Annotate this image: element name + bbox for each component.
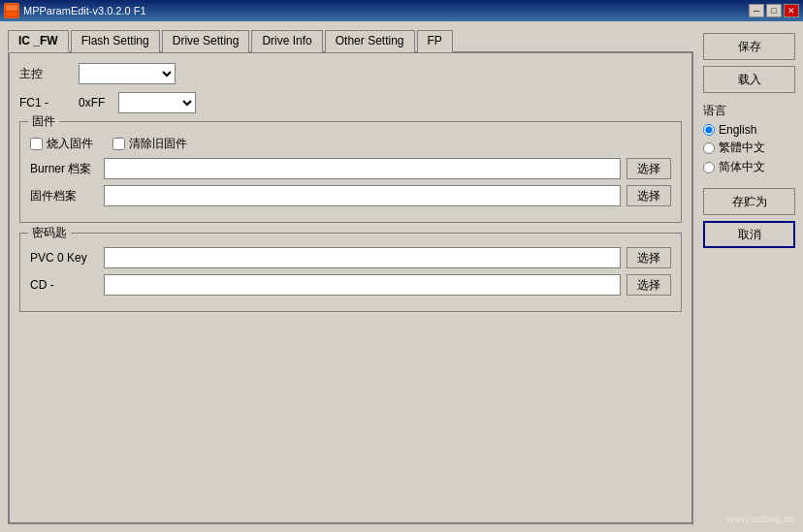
cd-select-btn[interactable]: 选择 xyxy=(626,274,671,296)
load-button[interactable]: 载入 xyxy=(703,66,795,93)
firmware-file-row: 固件档案 选择 xyxy=(30,185,671,206)
lang-english-item: English xyxy=(703,123,795,137)
pvc0-key-row: PVC 0 Key 选择 xyxy=(30,247,671,268)
window-controls: ─ □ ✕ xyxy=(749,4,799,17)
close-button[interactable]: ✕ xyxy=(784,4,799,17)
firmware-section-title: 固件 xyxy=(28,113,59,130)
content-area: 主控 FC1 - 0xFF 固件 xyxy=(8,53,693,524)
left-panel: IC _FW Flash Setting Drive Setting Drive… xyxy=(8,29,693,524)
watermark: www.uobug.co xyxy=(725,513,795,524)
lang-traditional-radio[interactable] xyxy=(703,142,715,154)
burner-file-input[interactable] xyxy=(104,158,621,179)
password-section: 密码匙 PVC 0 Key 选择 CD - 选择 xyxy=(19,233,682,312)
language-section: 语言 English 繁體中文 简体中文 xyxy=(703,103,795,178)
fc1-row: FC1 - 0xFF xyxy=(19,92,682,113)
tab-flash-setting[interactable]: Flash Setting xyxy=(71,30,160,52)
tab-drive-info[interactable]: Drive Info xyxy=(251,30,322,52)
master-row: 主控 xyxy=(19,63,682,84)
right-panel: 保存 载入 语言 English 繁體中文 简体中文 存贮为 取消 xyxy=(703,29,795,524)
lang-simplified-radio[interactable] xyxy=(703,162,715,173)
lang-simplified-label: 简体中文 xyxy=(719,159,765,175)
titlebar-left: MPParamEdit-v3.0.2.0 F1 xyxy=(4,3,146,18)
lang-simplified-item: 简体中文 xyxy=(703,159,795,175)
save-button[interactable]: 保存 xyxy=(703,33,795,60)
master-select[interactable] xyxy=(79,63,176,84)
cd-input[interactable] xyxy=(104,274,621,296)
burn-firmware-checkbox-item: 烧入固件 xyxy=(30,136,93,152)
clear-firmware-checkbox-item: 清除旧固件 xyxy=(112,136,187,152)
svg-rect-1 xyxy=(6,5,17,11)
cancel-button[interactable]: 取消 xyxy=(703,221,795,248)
main-window: IC _FW Flash Setting Drive Setting Drive… xyxy=(0,21,803,532)
lang-english-label: English xyxy=(719,123,756,137)
maximize-button[interactable]: □ xyxy=(766,4,782,17)
tab-bar: IC _FW Flash Setting Drive Setting Drive… xyxy=(8,29,693,53)
firmware-file-select-btn[interactable]: 选择 xyxy=(626,185,671,206)
clear-firmware-label: 清除旧固件 xyxy=(129,136,187,152)
fc1-value: 0xFF xyxy=(79,96,112,110)
pvc0-key-input[interactable] xyxy=(104,247,621,268)
firmware-checkboxes: 烧入固件 清除旧固件 xyxy=(30,136,671,152)
burner-file-select-btn[interactable]: 选择 xyxy=(626,158,671,179)
lang-traditional-item: 繁體中文 xyxy=(703,140,795,156)
cd-row: CD - 选择 xyxy=(30,274,671,296)
svg-rect-2 xyxy=(6,12,17,16)
fc1-select[interactable] xyxy=(118,92,196,113)
tab-other-setting[interactable]: Other Setting xyxy=(325,30,415,52)
fc1-label: FC1 - xyxy=(19,96,73,110)
firmware-section-content: 烧入固件 清除旧固件 Burner 档案 选择 固件档案 xyxy=(30,136,671,206)
password-section-title: 密码匙 xyxy=(28,225,71,241)
language-label: 语言 xyxy=(703,103,795,119)
tab-drive-setting[interactable]: Drive Setting xyxy=(162,30,250,52)
burn-firmware-checkbox[interactable] xyxy=(30,138,43,150)
titlebar: MPParamEdit-v3.0.2.0 F1 ─ □ ✕ xyxy=(0,0,803,21)
lang-traditional-label: 繁體中文 xyxy=(719,140,765,156)
burner-file-label: Burner 档案 xyxy=(30,161,98,177)
cd-label: CD - xyxy=(30,278,98,292)
app-icon xyxy=(4,3,19,18)
tab-fp[interactable]: FP xyxy=(417,30,453,52)
firmware-file-input[interactable] xyxy=(104,185,621,206)
burn-firmware-label: 烧入固件 xyxy=(47,136,93,152)
pvc0-key-label: PVC 0 Key xyxy=(30,251,98,265)
tab-ic-fw[interactable]: IC _FW xyxy=(8,30,69,52)
pvc0-key-select-btn[interactable]: 选择 xyxy=(626,247,671,268)
firmware-file-label: 固件档案 xyxy=(30,188,98,204)
password-section-content: PVC 0 Key 选择 CD - 选择 xyxy=(30,247,671,296)
lang-english-radio[interactable] xyxy=(703,124,715,136)
save-as-button[interactable]: 存贮为 xyxy=(703,188,795,215)
app-title: MPParamEdit-v3.0.2.0 F1 xyxy=(23,5,146,16)
minimize-button[interactable]: ─ xyxy=(749,4,764,17)
clear-firmware-checkbox[interactable] xyxy=(112,138,125,150)
burner-file-row: Burner 档案 选择 xyxy=(30,158,671,179)
master-label: 主控 xyxy=(19,66,73,82)
firmware-section: 固件 烧入固件 清除旧固件 Burner 档案 xyxy=(19,121,682,223)
